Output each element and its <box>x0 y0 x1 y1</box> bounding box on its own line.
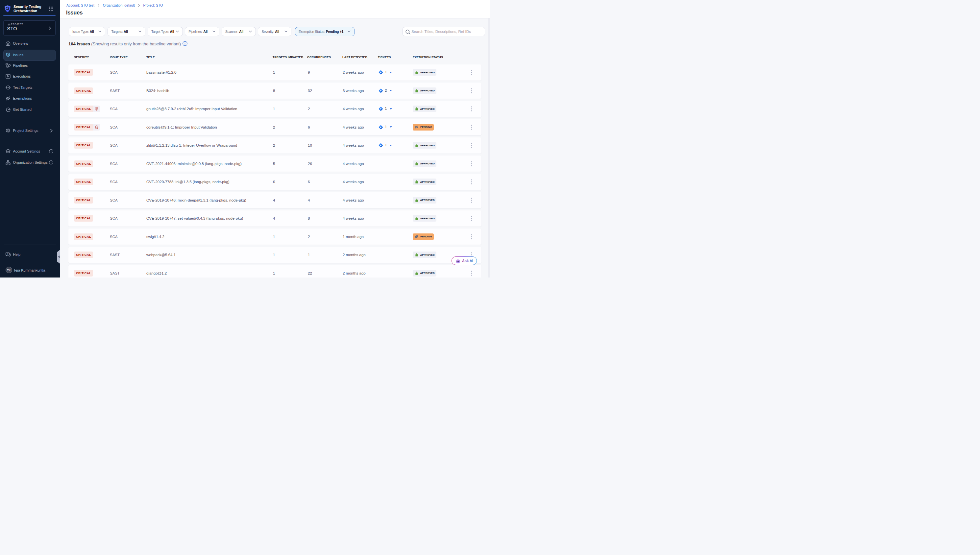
svg-text:?: ? <box>7 253 8 255</box>
